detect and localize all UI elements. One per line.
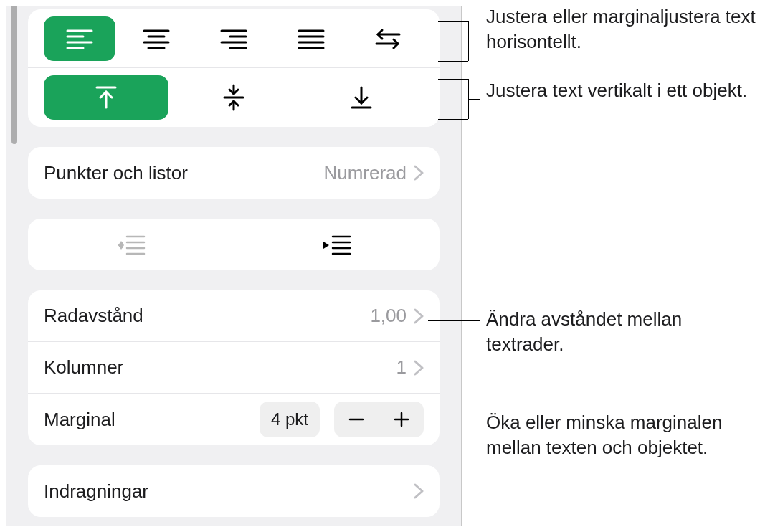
columns-row[interactable]: Kolumner 1 bbox=[28, 342, 440, 394]
alignment-card bbox=[28, 9, 440, 127]
minus-icon bbox=[348, 412, 364, 427]
format-panel: Punkter och listor Numrerad bbox=[6, 6, 462, 526]
line-spacing-label: Radavstånd bbox=[44, 305, 143, 327]
bullets-value: Numrerad bbox=[323, 162, 407, 184]
align-left-icon bbox=[66, 28, 93, 49]
align-center-icon bbox=[143, 28, 170, 49]
line-spacing-value: 1,00 bbox=[370, 305, 407, 327]
callout-connector bbox=[438, 21, 468, 22]
callout-connector bbox=[438, 119, 468, 120]
indents-label: Indragningar bbox=[44, 480, 148, 503]
align-top-icon bbox=[95, 85, 117, 110]
chevron-right-icon bbox=[414, 308, 424, 324]
spacing-card: Radavstånd 1,00 Kolumner 1 bbox=[28, 290, 440, 445]
align-justify-button[interactable] bbox=[275, 16, 347, 61]
callout-margin: Öka eller minska marginalen mellan texte… bbox=[486, 410, 760, 460]
indents-card: Indragningar bbox=[28, 465, 440, 517]
margin-stepper bbox=[334, 402, 424, 437]
callout-connector bbox=[438, 79, 468, 80]
bullets-lists-row[interactable]: Punkter och listor Numrerad bbox=[28, 147, 440, 199]
columns-label: Kolumner bbox=[44, 356, 123, 379]
increase-indent-button[interactable] bbox=[234, 219, 440, 270]
decrease-indent-button[interactable] bbox=[28, 219, 234, 270]
indents-row[interactable]: Indragningar bbox=[28, 465, 440, 517]
horizontal-alignment-row bbox=[28, 9, 440, 68]
align-center-button[interactable] bbox=[121, 16, 193, 61]
callout-connector bbox=[428, 320, 480, 321]
callout-connector bbox=[438, 61, 468, 62]
vertical-alignment-row bbox=[28, 68, 440, 127]
align-bottom-icon bbox=[351, 85, 372, 110]
callout-connector bbox=[468, 29, 480, 29]
callout-horizontal-align: Justera eller marginaljustera text horis… bbox=[486, 4, 760, 54]
align-middle-icon bbox=[223, 84, 244, 111]
callout-connector bbox=[468, 21, 469, 61]
align-top-button[interactable] bbox=[44, 75, 168, 120]
increase-indent-icon bbox=[323, 234, 351, 255]
indent-card bbox=[28, 219, 440, 270]
line-spacing-row[interactable]: Radavstånd 1,00 bbox=[28, 290, 440, 342]
align-middle-button[interactable] bbox=[171, 75, 296, 120]
callout-connector bbox=[468, 99, 480, 100]
callout-connector bbox=[423, 424, 480, 424]
align-left-button[interactable] bbox=[44, 16, 115, 61]
margin-increase-button[interactable] bbox=[379, 402, 424, 437]
text-direction-button[interactable] bbox=[352, 16, 424, 61]
text-direction-icon bbox=[374, 28, 402, 49]
decrease-indent-icon bbox=[117, 234, 146, 255]
columns-value: 1 bbox=[396, 356, 407, 379]
scrollbar[interactable] bbox=[9, 6, 18, 524]
margin-label: Marginal bbox=[44, 409, 115, 431]
indent-row bbox=[28, 219, 440, 270]
chevron-right-icon bbox=[414, 483, 424, 499]
chevron-right-icon bbox=[414, 165, 424, 181]
scrollbar-thumb[interactable] bbox=[11, 6, 17, 144]
margin-row: Marginal 4 pkt bbox=[28, 394, 440, 445]
chevron-right-icon bbox=[414, 360, 424, 376]
callout-line-spacing: Ändra avståndet mellan textrader. bbox=[486, 307, 760, 357]
margin-decrease-button[interactable] bbox=[334, 402, 379, 437]
align-justify-icon bbox=[298, 28, 325, 49]
callout-vertical-align: Justera text vertikalt i ett objekt. bbox=[486, 78, 747, 103]
svg-marker-37 bbox=[323, 242, 329, 249]
align-bottom-button[interactable] bbox=[299, 75, 424, 120]
align-right-icon bbox=[220, 28, 247, 49]
plus-icon bbox=[394, 412, 409, 427]
margin-value: 4 pkt bbox=[260, 402, 320, 437]
align-right-button[interactable] bbox=[198, 16, 270, 61]
bullets-label: Punkter och listor bbox=[44, 162, 188, 184]
bullets-card: Punkter och listor Numrerad bbox=[28, 147, 440, 199]
